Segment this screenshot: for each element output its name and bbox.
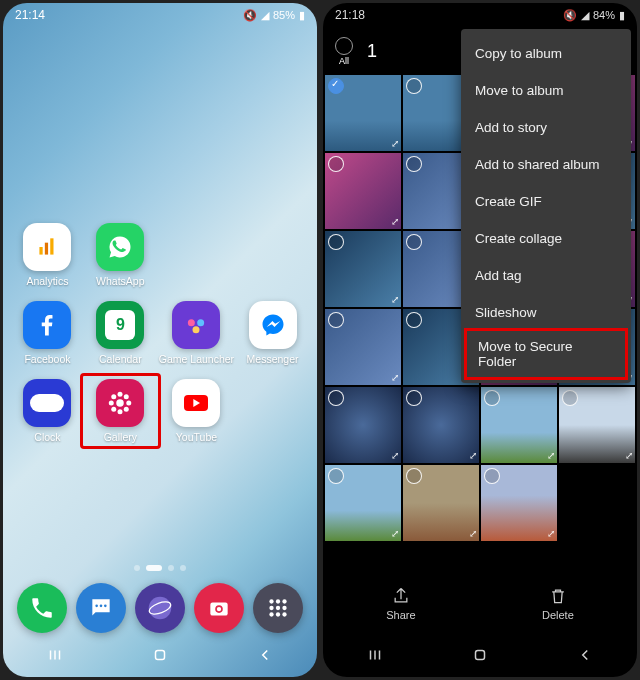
home-button[interactable] — [471, 646, 489, 668]
share-label: Share — [386, 609, 415, 621]
svg-rect-34 — [475, 651, 484, 660]
gallery-thumb[interactable]: ⤢ — [325, 309, 401, 385]
select-circle[interactable] — [406, 78, 422, 94]
select-circle[interactable] — [484, 468, 500, 484]
recents-button[interactable] — [46, 646, 64, 668]
expand-icon: ⤢ — [469, 450, 477, 461]
svg-point-27 — [269, 606, 273, 610]
gallery-thumb[interactable]: ⤢ — [403, 465, 479, 541]
menu-item-add-to-shared-album[interactable]: Add to shared album — [461, 146, 631, 183]
gallery-thumb[interactable]: ⤢ — [325, 75, 401, 151]
home-screen: 21:14 🔇 ◢ 85% ▮ AnalyticsWhatsAppFaceboo… — [3, 3, 317, 677]
nav-bar — [323, 637, 637, 677]
gallery-thumb[interactable]: ⤢ — [325, 465, 401, 541]
dock-camera-button[interactable] — [194, 583, 244, 633]
menu-item-move-to-album[interactable]: Move to album — [461, 72, 631, 109]
svg-rect-33 — [155, 651, 164, 660]
select-circle[interactable] — [406, 156, 422, 172]
back-button[interactable] — [256, 646, 274, 668]
select-circle[interactable] — [406, 234, 422, 250]
home-button[interactable] — [151, 646, 169, 668]
gallery-thumb[interactable]: ⤢ — [481, 387, 557, 463]
select-circle[interactable] — [406, 390, 422, 406]
app-calendar[interactable]: 9Calendar — [86, 301, 155, 365]
select-circle[interactable] — [328, 312, 344, 328]
menu-item-move-to-secure-folder[interactable]: Move to Secure Folder — [464, 328, 628, 380]
app-youtube[interactable]: YouTube — [159, 379, 234, 443]
app-grid: AnalyticsWhatsAppFacebook9CalendarGame L… — [13, 223, 307, 443]
menu-item-create-collage[interactable]: Create collage — [461, 220, 631, 257]
select-circle[interactable] — [406, 312, 422, 328]
bottom-action-bar: Share Delete — [323, 573, 637, 633]
trash-icon — [548, 586, 568, 606]
app-analytics[interactable]: Analytics — [13, 223, 82, 287]
share-button[interactable]: Share — [386, 586, 415, 621]
whatsapp-icon — [96, 223, 144, 271]
svg-point-13 — [112, 407, 117, 412]
expand-icon: ⤢ — [469, 528, 477, 539]
youtube-icon — [172, 379, 220, 427]
svg-point-26 — [282, 599, 286, 603]
select-circle[interactable] — [328, 390, 344, 406]
app-clock[interactable]: Clock — [13, 379, 82, 443]
menu-item-slideshow[interactable]: Slideshow — [461, 294, 631, 331]
app-label: Gallery — [104, 431, 137, 443]
svg-point-3 — [188, 319, 195, 326]
dock-messages-button[interactable] — [76, 583, 126, 633]
delete-button[interactable]: Delete — [542, 586, 574, 621]
expand-icon: ⤢ — [547, 450, 555, 461]
select-circle[interactable] — [484, 390, 500, 406]
battery-pct: 85% — [273, 9, 295, 21]
app-game-launcher[interactable]: Game Launcher — [159, 301, 234, 365]
app-gallery[interactable]: Gallery — [80, 373, 161, 449]
expand-icon: ⤢ — [391, 372, 399, 383]
expand-icon: ⤢ — [391, 294, 399, 305]
gallery-thumb[interactable]: ⤢ — [325, 387, 401, 463]
status-time: 21:18 — [335, 8, 365, 22]
select-circle[interactable] — [328, 156, 344, 172]
select-circle[interactable] — [406, 468, 422, 484]
select-circle[interactable] — [328, 468, 344, 484]
dot — [168, 565, 174, 571]
gallery-thumb[interactable]: ⤢ — [325, 153, 401, 229]
gallery-icon — [96, 379, 144, 427]
page-indicator[interactable] — [3, 565, 317, 571]
svg-point-4 — [198, 319, 205, 326]
gallery-thumb[interactable]: ⤢ — [325, 231, 401, 307]
app-messenger[interactable]: Messenger — [238, 301, 307, 365]
messenger-icon — [249, 301, 297, 349]
menu-item-create-gif[interactable]: Create GIF — [461, 183, 631, 220]
dock-phone-button[interactable] — [17, 583, 67, 633]
select-circle[interactable] — [328, 78, 344, 94]
dock-apps-button[interactable] — [253, 583, 303, 633]
game-icon — [172, 301, 220, 349]
status-bar: 21:14 🔇 ◢ 85% ▮ — [3, 3, 317, 27]
select-circle[interactable] — [562, 390, 578, 406]
gallery-thumb[interactable]: ⤢ — [403, 387, 479, 463]
svg-point-24 — [269, 599, 273, 603]
menu-item-add-tag[interactable]: Add tag — [461, 257, 631, 294]
svg-point-18 — [104, 605, 107, 608]
select-all-button[interactable]: All — [335, 37, 353, 66]
status-icons: 🔇 ◢ 85% ▮ — [243, 9, 305, 22]
status-icons: 🔇 ◢ 84% ▮ — [563, 9, 625, 22]
menu-item-copy-to-album[interactable]: Copy to album — [461, 35, 631, 72]
gallery-thumb[interactable]: ⤢ — [559, 387, 635, 463]
expand-icon: ⤢ — [625, 450, 633, 461]
recents-button[interactable] — [366, 646, 384, 668]
calendar-icon: 9 — [96, 301, 144, 349]
gallery-thumb[interactable]: ⤢ — [481, 465, 557, 541]
select-circle[interactable] — [328, 234, 344, 250]
svg-point-8 — [118, 409, 123, 414]
facebook-icon — [23, 301, 71, 349]
menu-item-add-to-story[interactable]: Add to story — [461, 109, 631, 146]
svg-point-28 — [275, 606, 279, 610]
app-label: Analytics — [26, 275, 68, 287]
app-label: Messenger — [247, 353, 299, 365]
app-label: YouTube — [176, 431, 217, 443]
app-whatsapp[interactable]: WhatsApp — [86, 223, 155, 287]
app-facebook[interactable]: Facebook — [13, 301, 82, 365]
dock-browser-button[interactable] — [135, 583, 185, 633]
back-button[interactable] — [576, 646, 594, 668]
clock-icon — [23, 379, 71, 427]
